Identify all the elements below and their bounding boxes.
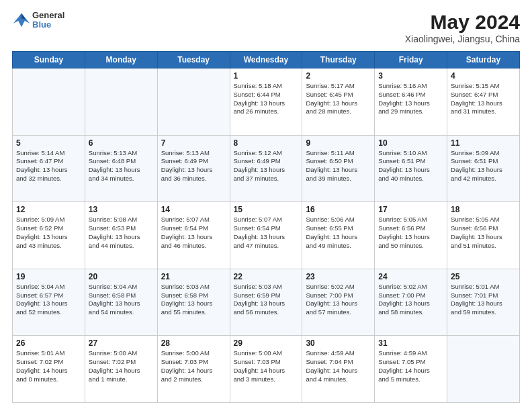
day-info: Sunrise: 5:16 AM Sunset: 6:46 PM Dayligh… [378,82,443,116]
day-number: 21 [161,272,226,281]
day-number: 27 [89,338,154,348]
day-number: 2 [306,71,371,81]
table-row: 24Sunrise: 5:02 AM Sunset: 7:00 PM Dayli… [375,269,447,336]
day-info: Sunrise: 5:15 AM Sunset: 6:47 PM Dayligh… [451,82,516,116]
table-row: 7Sunrise: 5:13 AM Sunset: 6:49 PM Daylig… [157,135,230,202]
table-row: 9Sunrise: 5:11 AM Sunset: 6:50 PM Daylig… [302,135,375,202]
day-number: 28 [161,338,226,348]
day-number: 10 [378,138,443,148]
day-info: Sunrise: 5:00 AM Sunset: 7:03 PM Dayligh… [161,349,226,383]
calendar-week-row: 5Sunrise: 5:14 AM Sunset: 6:47 PM Daylig… [13,135,520,202]
day-number: 1 [234,71,299,81]
day-number: 26 [16,338,81,348]
col-friday: Friday [375,52,447,68]
day-info: Sunrise: 5:01 AM Sunset: 7:01 PM Dayligh… [451,283,516,317]
table-row: 29Sunrise: 5:00 AM Sunset: 7:03 PM Dayli… [230,336,302,403]
day-number: 31 [378,338,443,348]
table-row: 4Sunrise: 5:15 AM Sunset: 6:47 PM Daylig… [447,68,520,136]
day-info: Sunrise: 5:02 AM Sunset: 7:00 PM Dayligh… [306,283,371,317]
day-info: Sunrise: 5:18 AM Sunset: 6:44 PM Dayligh… [234,82,299,116]
table-row [13,68,85,136]
day-number: 11 [451,138,516,148]
day-number: 20 [89,272,154,281]
day-info: Sunrise: 5:02 AM Sunset: 7:00 PM Dayligh… [378,283,443,317]
day-info: Sunrise: 5:04 AM Sunset: 6:58 PM Dayligh… [89,283,154,317]
table-row: 31Sunrise: 4:59 AM Sunset: 7:05 PM Dayli… [375,336,447,403]
day-info: Sunrise: 5:06 AM Sunset: 6:55 PM Dayligh… [306,216,371,250]
table-row: 16Sunrise: 5:06 AM Sunset: 6:55 PM Dayli… [302,202,375,269]
table-row: 8Sunrise: 5:12 AM Sunset: 6:49 PM Daylig… [230,135,302,202]
table-row [447,336,520,403]
day-info: Sunrise: 5:07 AM Sunset: 6:54 PM Dayligh… [161,216,226,250]
day-info: Sunrise: 5:14 AM Sunset: 6:47 PM Dayligh… [16,149,81,183]
day-info: Sunrise: 5:13 AM Sunset: 6:49 PM Dayligh… [161,149,226,183]
table-row [157,68,230,136]
table-row: 18Sunrise: 5:05 AM Sunset: 6:56 PM Dayli… [447,202,520,269]
table-row: 6Sunrise: 5:13 AM Sunset: 6:48 PM Daylig… [85,135,157,202]
table-row: 26Sunrise: 5:01 AM Sunset: 7:02 PM Dayli… [13,336,85,403]
table-row: 10Sunrise: 5:10 AM Sunset: 6:51 PM Dayli… [375,135,447,202]
table-row: 15Sunrise: 5:07 AM Sunset: 6:54 PM Dayli… [230,202,302,269]
month-year-title: May 2024 [405,11,520,34]
col-thursday: Thursday [302,52,375,68]
day-number: 6 [89,138,154,148]
table-row: 5Sunrise: 5:14 AM Sunset: 6:47 PM Daylig… [13,135,85,202]
table-row: 2Sunrise: 5:17 AM Sunset: 6:45 PM Daylig… [302,68,375,136]
day-number: 17 [378,205,443,214]
day-number: 4 [451,71,516,81]
calendar-header-row: Sunday Monday Tuesday Wednesday Thursday… [13,52,520,68]
day-number: 23 [306,272,371,281]
day-info: Sunrise: 5:03 AM Sunset: 6:58 PM Dayligh… [161,283,226,317]
day-number: 8 [234,138,299,148]
day-info: Sunrise: 5:12 AM Sunset: 6:49 PM Dayligh… [234,149,299,183]
day-number: 16 [306,205,371,214]
table-row: 30Sunrise: 4:59 AM Sunset: 7:04 PM Dayli… [302,336,375,403]
col-sunday: Sunday [13,52,85,68]
day-info: Sunrise: 5:04 AM Sunset: 6:57 PM Dayligh… [16,283,81,317]
calendar-week-row: 1Sunrise: 5:18 AM Sunset: 6:44 PM Daylig… [13,68,520,136]
location-subtitle: Xiaolingwei, Jiangsu, China [405,34,520,44]
table-row: 14Sunrise: 5:07 AM Sunset: 6:54 PM Dayli… [157,202,230,269]
day-number: 29 [234,338,299,348]
logo: General Blue [12,11,64,30]
header: General Blue May 2024 Xiaolingwei, Jiang… [12,11,520,44]
day-number: 19 [16,272,81,281]
table-row: 13Sunrise: 5:08 AM Sunset: 6:53 PM Dayli… [85,202,157,269]
table-row: 1Sunrise: 5:18 AM Sunset: 6:44 PM Daylig… [230,68,302,136]
day-number: 9 [306,138,371,148]
day-info: Sunrise: 4:59 AM Sunset: 7:04 PM Dayligh… [306,349,371,383]
logo-icon [12,11,31,30]
title-block: May 2024 Xiaolingwei, Jiangsu, China [405,11,520,44]
day-info: Sunrise: 5:09 AM Sunset: 6:51 PM Dayligh… [451,149,516,183]
day-info: Sunrise: 5:07 AM Sunset: 6:54 PM Dayligh… [234,216,299,250]
day-number: 22 [234,272,299,281]
table-row: 27Sunrise: 5:00 AM Sunset: 7:02 PM Dayli… [85,336,157,403]
table-row: 23Sunrise: 5:02 AM Sunset: 7:00 PM Dayli… [302,269,375,336]
table-row: 28Sunrise: 5:00 AM Sunset: 7:03 PM Dayli… [157,336,230,403]
day-number: 24 [378,272,443,281]
day-info: Sunrise: 5:03 AM Sunset: 6:59 PM Dayligh… [234,283,299,317]
day-info: Sunrise: 5:00 AM Sunset: 7:02 PM Dayligh… [89,349,154,383]
day-number: 13 [89,205,154,214]
table-row: 11Sunrise: 5:09 AM Sunset: 6:51 PM Dayli… [447,135,520,202]
table-row: 25Sunrise: 5:01 AM Sunset: 7:01 PM Dayli… [447,269,520,336]
day-info: Sunrise: 5:00 AM Sunset: 7:03 PM Dayligh… [234,349,299,383]
day-number: 5 [16,138,81,148]
day-number: 12 [16,205,81,214]
col-wednesday: Wednesday [230,52,302,68]
page: General Blue May 2024 Xiaolingwei, Jiang… [0,0,532,411]
calendar-week-row: 12Sunrise: 5:09 AM Sunset: 6:52 PM Dayli… [13,202,520,269]
calendar-week-row: 26Sunrise: 5:01 AM Sunset: 7:02 PM Dayli… [13,336,520,403]
day-number: 18 [451,205,516,214]
col-tuesday: Tuesday [157,52,230,68]
table-row: 12Sunrise: 5:09 AM Sunset: 6:52 PM Dayli… [13,202,85,269]
table-row: 22Sunrise: 5:03 AM Sunset: 6:59 PM Dayli… [230,269,302,336]
day-number: 7 [161,138,226,148]
day-info: Sunrise: 5:05 AM Sunset: 6:56 PM Dayligh… [451,216,516,250]
logo-text: General Blue [32,11,64,30]
calendar-week-row: 19Sunrise: 5:04 AM Sunset: 6:57 PM Dayli… [13,269,520,336]
day-info: Sunrise: 5:11 AM Sunset: 6:50 PM Dayligh… [306,149,371,183]
table-row: 3Sunrise: 5:16 AM Sunset: 6:46 PM Daylig… [375,68,447,136]
table-row: 19Sunrise: 5:04 AM Sunset: 6:57 PM Dayli… [13,269,85,336]
day-info: Sunrise: 5:05 AM Sunset: 6:56 PM Dayligh… [378,216,443,250]
